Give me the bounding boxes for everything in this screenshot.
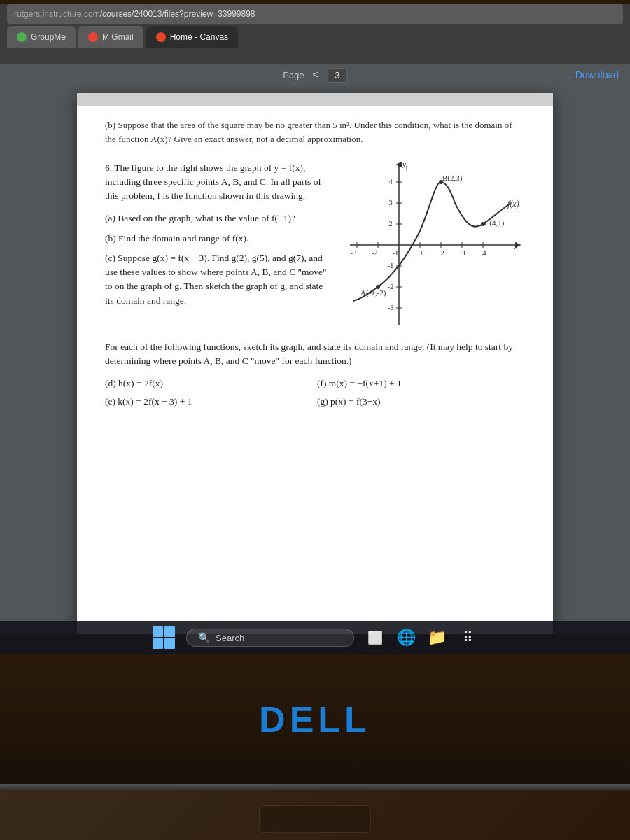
svg-text:-2: -2	[387, 282, 393, 290]
tab-gmail[interactable]: M Gmail	[78, 26, 144, 48]
svg-text:4: 4	[482, 248, 486, 257]
part-b: (b) Find the domain and range of f(x).	[105, 232, 329, 246]
tab-groupme[interactable]: GroupMe	[7, 26, 76, 48]
for-each-section: For each of the following functions, ske…	[105, 340, 525, 410]
start-icon-q3	[153, 638, 163, 649]
pdf-page: (b) Suppose that the area of the square …	[77, 93, 553, 634]
part-e: (e) k(x) = 2f(x − 3) + 1	[105, 395, 313, 409]
search-icon: 🔍	[198, 632, 210, 643]
page-label: Page	[283, 70, 304, 80]
svg-text:B(2,3): B(2,3)	[442, 174, 463, 183]
page-prev-button[interactable]: <	[313, 69, 319, 81]
start-icon-q1	[153, 626, 163, 637]
canvas-icon	[156, 32, 166, 42]
graph-svg: -3 -2 -1 1 2 3 4 x 4 3 2 -1	[343, 161, 525, 329]
page-top-strip	[77, 93, 553, 106]
dell-area: DELL	[0, 654, 630, 784]
groupme-icon	[17, 32, 27, 42]
svg-text:3: 3	[388, 198, 393, 206]
taskbar: 🔍 Search ⬜ 🌐 📁 ⠿	[0, 621, 630, 654]
functions-grid: (d) h(x) = 2f(x) (f) m(x) = −f(x+1) + 1 …	[105, 377, 525, 410]
svg-text:3: 3	[461, 248, 465, 257]
part-d: (d) h(x) = 2f(x)	[105, 377, 313, 391]
svg-text:f(x): f(x)	[507, 199, 519, 209]
download-button[interactable]: ↓ Download	[568, 69, 619, 80]
start-icon-q2	[164, 626, 175, 637]
svg-text:x: x	[514, 242, 518, 251]
svg-text:2: 2	[388, 219, 393, 227]
part-g: (g) p(x) = f(3−x)	[317, 395, 525, 409]
graph-container: -3 -2 -1 1 2 3 4 x 4 3 2 -1	[343, 161, 525, 329]
pdf-viewer: (b) Suppose that the area of the square …	[0, 86, 630, 634]
laptop-hinge	[0, 784, 630, 790]
search-placeholder: Search	[216, 633, 244, 643]
svg-text:↑: ↑	[405, 163, 409, 172]
tab-canvas-label: Home - Canvas	[170, 32, 228, 42]
svg-text:-1: -1	[392, 248, 398, 257]
svg-text:-3: -3	[350, 248, 357, 257]
browser-content: Page < 3 ↓ Download (b) Suppose that the…	[0, 64, 630, 634]
taskbar-folder-icon[interactable]: 📁	[427, 628, 447, 648]
svg-text:1: 1	[419, 248, 424, 257]
problem-6: 6. The figure to the right shows the gra…	[105, 161, 525, 329]
problem-6-intro: 6. The figure to the right shows the gra…	[105, 161, 329, 204]
laptop-palm-rest	[0, 790, 630, 840]
sub-parts: (a) Based on the graph, what is the valu…	[105, 211, 329, 308]
taskbar-browser-icon[interactable]: 🌐	[396, 628, 416, 648]
taskbar-desktop-icon[interactable]: ⬜	[365, 628, 385, 648]
page-number: 3	[328, 68, 347, 83]
svg-text:-1: -1	[387, 261, 393, 270]
svg-text:-2: -2	[371, 248, 377, 257]
svg-text:-3: -3	[387, 303, 394, 312]
start-button[interactable]	[153, 626, 175, 649]
problem-6-right: -3 -2 -1 1 2 3 4 x 4 3 2 -1	[343, 161, 525, 329]
problem-b-text: (b) Suppose that the area of the square …	[105, 120, 512, 144]
problem-b: (b) Suppose that the area of the square …	[105, 118, 525, 147]
pdf-toolbar: Page < 3 ↓ Download	[0, 64, 630, 86]
laptop-trackpad[interactable]	[259, 805, 371, 833]
gmail-icon	[88, 32, 98, 42]
part-a: (a) Based on the graph, what is the valu…	[105, 211, 329, 225]
tab-canvas[interactable]: Home - Canvas	[146, 26, 238, 48]
tab-bar: GroupMe M Gmail Home - Canvas	[0, 24, 630, 50]
svg-text:4: 4	[388, 177, 393, 186]
svg-text:C(4,1): C(4,1)	[484, 218, 505, 227]
svg-text:2: 2	[440, 248, 444, 257]
browser-chrome: rutgers.instructure.com/courses/240013/f…	[0, 4, 630, 64]
problem-6-left: 6. The figure to the right shows the gra…	[105, 161, 329, 329]
start-icon-q4	[164, 638, 175, 649]
url-bar[interactable]: rutgers.instructure.com/courses/240013/f…	[7, 4, 623, 24]
part-c: (c) Suppose g(x) = f(x − 3). Find g(2), …	[105, 251, 329, 308]
url-text: rutgers.instructure.com/courses/240013/f…	[14, 9, 255, 19]
tab-groupme-label: GroupMe	[31, 32, 66, 42]
taskbar-search-bar[interactable]: 🔍 Search	[186, 629, 354, 647]
dell-logo: DELL	[259, 699, 371, 741]
for-each-text: For each of the following functions, ske…	[105, 340, 525, 369]
taskbar-apps-icon[interactable]: ⠿	[458, 628, 477, 648]
part-f: (f) m(x) = −f(x+1) + 1	[317, 377, 525, 391]
tab-gmail-label: M Gmail	[102, 32, 134, 42]
laptop-bottom	[0, 784, 630, 840]
svg-text:A(-1,-2): A(-1,-2)	[360, 288, 386, 298]
